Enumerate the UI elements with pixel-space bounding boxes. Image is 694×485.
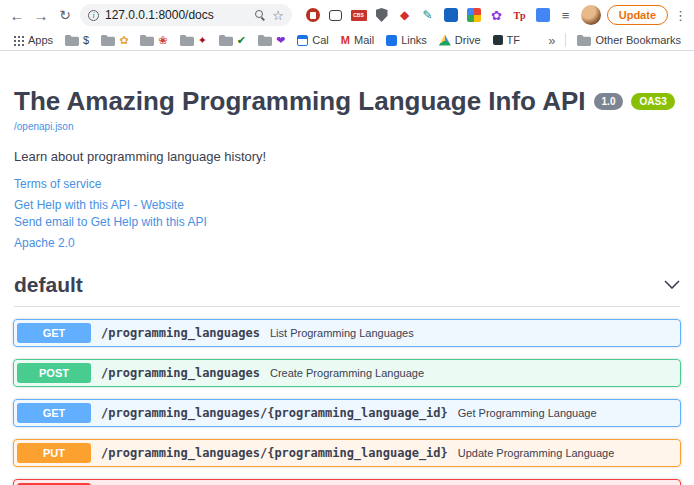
blue-app-icon bbox=[444, 8, 458, 22]
endpoints-list: GET /programming_languages List Programm… bbox=[0, 319, 694, 485]
bookmark-label: Mail bbox=[354, 34, 374, 46]
shield-icon bbox=[376, 8, 388, 22]
folder-icon bbox=[577, 35, 591, 46]
bookmark-folder-heart[interactable]: ❤ bbox=[253, 34, 290, 47]
api-links: Terms of service Get Help with this API … bbox=[14, 177, 680, 251]
endpoint-summary: Create Programming Language bbox=[270, 367, 424, 379]
bookmark-links[interactable]: Links bbox=[381, 34, 432, 46]
stop-hand-icon bbox=[306, 8, 320, 22]
api-info-section: The Amazing Programming Language Info AP… bbox=[0, 87, 694, 251]
api-title: The Amazing Programming Language Info AP… bbox=[14, 87, 680, 116]
tampermonkey-extension-icon[interactable]: Tp bbox=[511, 7, 528, 24]
endpoint-summary: Update Programming Language bbox=[458, 447, 615, 459]
profile-avatar[interactable] bbox=[581, 5, 601, 25]
endpoint-row-put-update[interactable]: PUT /programming_languages/{programming_… bbox=[13, 439, 681, 467]
endpoint-row-get-one[interactable]: GET /programming_languages/{programming_… bbox=[13, 399, 681, 427]
forward-icon[interactable]: → bbox=[32, 7, 50, 24]
speech-bubble-icon bbox=[329, 10, 342, 21]
reload-icon[interactable]: ↻ bbox=[56, 7, 74, 23]
folder-icon bbox=[101, 35, 115, 46]
browser-toolbar: ← → ↻ i 127.0.0.1:8000/docs ☆ CBS ◆ ✎ ✿ … bbox=[0, 0, 694, 30]
chevron-down-icon[interactable] bbox=[664, 280, 680, 289]
endpoint-path: /programming_languages bbox=[101, 366, 260, 380]
bookmark-folder-blossom[interactable]: ❀ bbox=[135, 34, 172, 47]
bookmark-tf[interactable]: TF bbox=[488, 34, 525, 46]
bookmark-drive[interactable]: Drive bbox=[434, 34, 486, 46]
endpoint-summary: Get Programming Language bbox=[458, 407, 597, 419]
cbs-logo-icon: CBS bbox=[351, 10, 367, 21]
bookmark-mail[interactable]: M Mail bbox=[336, 34, 379, 46]
bookmark-cal[interactable]: Cal bbox=[292, 34, 334, 46]
endpoint-row-post-create[interactable]: POST /programming_languages Create Progr… bbox=[13, 359, 681, 387]
page-info-icon[interactable]: i bbox=[88, 10, 99, 21]
chat-extension-icon[interactable] bbox=[327, 7, 344, 24]
bookmark-label: Cal bbox=[312, 34, 329, 46]
bookmark-label: $ bbox=[83, 34, 89, 46]
adblock-extension-icon[interactable] bbox=[304, 7, 321, 24]
version-badge: 1.0 bbox=[594, 93, 624, 110]
bookmark-folder-spark[interactable]: ✦ bbox=[175, 34, 212, 47]
website-help-link[interactable]: Get Help with this API - Website bbox=[14, 198, 680, 213]
folder-icon bbox=[258, 35, 272, 46]
bookmarks-separator bbox=[565, 33, 566, 47]
bookmark-label: ✔ bbox=[237, 34, 246, 47]
endpoint-path: /programming_languages/{programming_lang… bbox=[101, 446, 448, 460]
playlist-extension-icon[interactable]: ≡ bbox=[557, 7, 574, 24]
update-button[interactable]: Update bbox=[607, 5, 668, 25]
section-default-header[interactable]: default bbox=[14, 273, 680, 307]
email-help-link[interactable]: Send email to Get Help with this API bbox=[14, 215, 680, 230]
pinwheel-extension-icon[interactable]: ✿ bbox=[488, 7, 505, 24]
blue-app-extension-icon[interactable] bbox=[442, 7, 459, 24]
bookmark-label: Links bbox=[401, 34, 427, 46]
folder-icon bbox=[219, 35, 233, 46]
apps-shortcut[interactable]: Apps bbox=[8, 34, 58, 46]
other-bookmarks[interactable]: Other Bookmarks bbox=[572, 34, 686, 46]
bookmark-label: ❀ bbox=[158, 34, 167, 47]
url-text: 127.0.0.1:8000/docs bbox=[105, 8, 214, 22]
gmail-icon: M bbox=[341, 34, 350, 46]
zoom-icon[interactable] bbox=[255, 10, 266, 21]
endpoint-path: /programming_languages bbox=[101, 326, 260, 340]
address-bar[interactable]: i 127.0.0.1:8000/docs ☆ bbox=[80, 4, 292, 26]
method-badge: POST bbox=[17, 363, 91, 383]
section-name: default bbox=[14, 273, 83, 297]
bookmarks-bar: Apps $ ✿ ❀ ✦ ✔ ❤ Cal M Mail Links Drive bbox=[0, 30, 694, 51]
cbs-extension-icon[interactable]: CBS bbox=[350, 7, 367, 24]
bookmarks-overflow-icon[interactable]: » bbox=[544, 33, 559, 48]
endpoint-row-get-list[interactable]: GET /programming_languages List Programm… bbox=[13, 319, 681, 347]
folder-icon bbox=[140, 35, 154, 46]
pen-extension-icon[interactable]: ✎ bbox=[419, 7, 436, 24]
bookmark-label: Other Bookmarks bbox=[595, 34, 681, 46]
method-badge: PUT bbox=[17, 443, 91, 463]
bookmark-folder-flower[interactable]: ✿ bbox=[96, 34, 133, 47]
method-badge: GET bbox=[17, 403, 91, 423]
api-description: Learn about programming language history… bbox=[14, 149, 680, 164]
method-badge: GET bbox=[17, 323, 91, 343]
back-icon[interactable]: ← bbox=[8, 7, 26, 24]
swagger-ui-page: The Amazing Programming Language Info AP… bbox=[0, 51, 694, 485]
bookmark-label: ✿ bbox=[119, 34, 128, 47]
api-title-text: The Amazing Programming Language Info AP… bbox=[14, 87, 586, 116]
bookmark-folder-dollar[interactable]: $ bbox=[60, 34, 94, 46]
blue-square-icon bbox=[536, 8, 550, 22]
shield-extension-icon[interactable] bbox=[373, 7, 390, 24]
mosaic-grid-icon bbox=[467, 8, 481, 22]
calendar-icon bbox=[297, 35, 308, 46]
folder-icon bbox=[180, 35, 194, 46]
folder-icon bbox=[65, 35, 79, 46]
mosaic-extension-icon[interactable] bbox=[465, 7, 482, 24]
endpoint-path: /programming_languages/{programming_lang… bbox=[101, 406, 448, 420]
bookmark-star-icon[interactable]: ☆ bbox=[272, 8, 284, 23]
terms-of-service-link[interactable]: Terms of service bbox=[14, 177, 680, 192]
endpoint-summary: List Programming Languages bbox=[270, 327, 414, 339]
oas3-badge: OAS3 bbox=[631, 93, 674, 110]
license-link[interactable]: Apache 2.0 bbox=[14, 236, 680, 251]
blue-square-extension-icon[interactable] bbox=[534, 7, 551, 24]
ruby-extension-icon[interactable]: ◆ bbox=[396, 7, 413, 24]
bookmark-folder-check[interactable]: ✔ bbox=[214, 34, 251, 47]
endpoint-row-delete[interactable]: DELETE /programming_languages/{programmi… bbox=[13, 479, 681, 485]
openapi-spec-link[interactable]: /openapi.json bbox=[14, 121, 74, 132]
bookmark-label: Drive bbox=[455, 34, 481, 46]
bookmark-label: ❤ bbox=[276, 34, 285, 47]
browser-menu-icon[interactable]: ⋮ bbox=[674, 8, 686, 23]
